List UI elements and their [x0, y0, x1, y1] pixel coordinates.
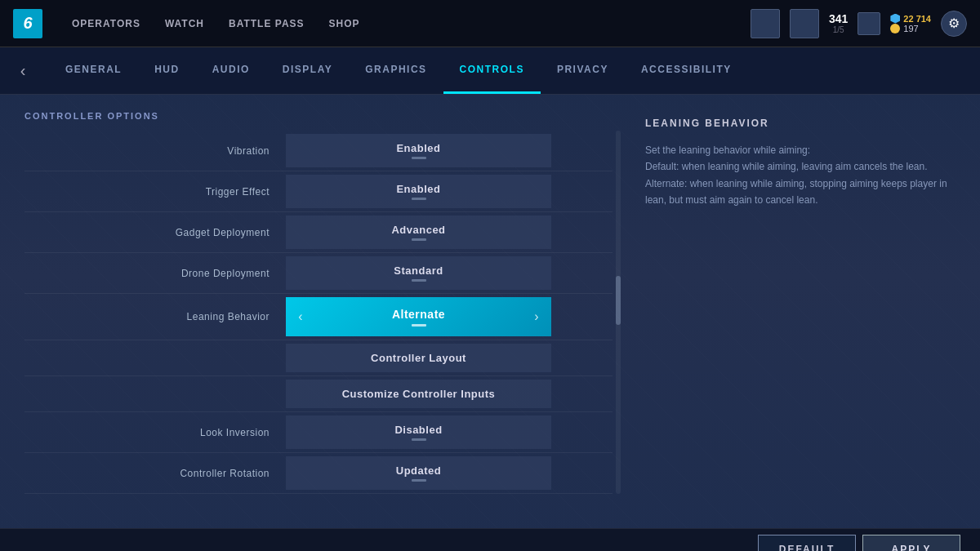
nav-watch[interactable]: WATCH: [155, 11, 214, 36]
avatar: [751, 9, 780, 38]
look-inversion-indicator: [412, 438, 426, 441]
trigger-value-area: Enabled: [286, 171, 612, 211]
look-inversion-btn[interactable]: Disabled: [286, 415, 551, 449]
leaning-value-area: ‹ Alternate ›: [286, 294, 612, 340]
main-content: CONTROLLER OPTIONS Vibration Enabled Tri…: [0, 95, 980, 528]
left-panel: CONTROLLER OPTIONS Vibration Enabled Tri…: [24, 111, 621, 520]
gadget-value-area: Advanced: [286, 212, 612, 252]
top-nav: OPERATORS WATCH BATTLE PASS SHOP: [62, 11, 731, 36]
r6-credit-icon: [890, 14, 900, 24]
look-inversion-label: Look Inversion: [24, 427, 286, 438]
operator-avatar: [790, 9, 819, 38]
setting-row-controller-rotation: Controller Rotation Updated: [24, 453, 612, 494]
controller-rotation-indicator: [412, 479, 426, 482]
leaning-prev-btn[interactable]: ‹: [286, 297, 315, 336]
setting-row-leaning: Leaning Behavior ‹ Alternate ›: [24, 294, 612, 340]
controller-rotation-btn[interactable]: Updated: [286, 456, 551, 490]
vibration-label: Vibration: [24, 145, 286, 157]
back-button[interactable]: ‹: [10, 51, 36, 91]
squad-icon: [858, 12, 880, 35]
drone-value-btn[interactable]: Standard: [286, 256, 551, 290]
tab-accessibility[interactable]: ACCESSIBILITY: [625, 47, 748, 94]
nav-battlepass[interactable]: BATTLE PASS: [219, 11, 314, 36]
leaning-next-btn[interactable]: ›: [522, 297, 551, 336]
tab-graphics[interactable]: GRAPHICS: [349, 47, 443, 94]
leaning-value-label: Alternate: [315, 308, 522, 327]
section-title: CONTROLLER OPTIONS: [24, 111, 621, 121]
right-panel: LEANING BEHAVIOR Set the leaning behavio…: [645, 111, 956, 520]
nav-shop[interactable]: SHOP: [319, 11, 370, 36]
currency-display: 22 714 197: [890, 14, 931, 33]
game-logo: 6: [13, 9, 42, 38]
setting-row-customize: Customize Controller Inputs: [24, 376, 612, 412]
scrollbar-track[interactable]: [616, 131, 621, 494]
tab-general[interactable]: GENERAL: [49, 47, 138, 94]
info-title: LEANING BEHAVIOR: [645, 118, 956, 129]
nav-operators[interactable]: OPERATORS: [62, 11, 150, 36]
bottom-buttons: DEFAULT APPLY: [758, 535, 960, 552]
controller-layout-value-area: Controller Layout: [286, 340, 612, 375]
trigger-value-btn[interactable]: Enabled: [286, 175, 551, 208]
top-bar-right: 341 1/5 22 714 197 ⚙: [751, 9, 967, 38]
setting-row-gadget: Gadget Deployment Advanced: [24, 212, 612, 253]
gadget-value-btn[interactable]: Advanced: [286, 216, 551, 249]
leaning-indicator: [412, 324, 426, 327]
setting-row-trigger: Trigger Effect Enabled: [24, 171, 612, 212]
default-button[interactable]: DEFAULT: [758, 535, 856, 552]
tab-controls[interactable]: CONTROLS: [443, 47, 541, 94]
tab-hud[interactable]: HUD: [138, 47, 196, 94]
controller-layout-btn[interactable]: Controller Layout: [286, 344, 551, 372]
setting-row-drone: Drone Deployment Standard: [24, 253, 612, 294]
trigger-label: Trigger Effect: [24, 186, 286, 198]
setting-row-vibration: Vibration Enabled: [24, 131, 612, 171]
tabs-bar: ‹ GENERAL HUD AUDIO DISPLAY GRAPHICS CON…: [0, 47, 980, 95]
gadget-label: Gadget Deployment: [24, 227, 286, 238]
info-text: Set the leaning behavior while aiming: D…: [645, 142, 956, 209]
tab-audio[interactable]: AUDIO: [196, 47, 266, 94]
settings-list-wrap: Vibration Enabled Trigger Effect Enabled: [24, 131, 621, 494]
leaning-selector: ‹ Alternate ›: [286, 297, 551, 336]
customize-value-area: Customize Controller Inputs: [286, 376, 612, 411]
drone-label: Drone Deployment: [24, 268, 286, 279]
rp-icon: [890, 24, 900, 33]
rank-stat: 341 1/5: [829, 12, 848, 34]
vibration-value-area: Enabled: [286, 131, 612, 171]
setting-row-controller-layout: Controller Layout: [24, 340, 612, 376]
gadget-indicator: [412, 238, 426, 241]
vibration-value-btn[interactable]: Enabled: [286, 134, 551, 167]
tab-display[interactable]: DISPLAY: [266, 47, 349, 94]
tab-privacy[interactable]: PRIVACY: [541, 47, 625, 94]
settings-icon[interactable]: ⚙: [941, 11, 967, 37]
scrollbar-thumb[interactable]: [616, 276, 621, 325]
drone-indicator: [412, 279, 426, 282]
apply-button[interactable]: APPLY: [862, 535, 960, 552]
look-inversion-value-area: Disabled: [286, 412, 612, 452]
controller-rotation-label: Controller Rotation: [24, 468, 286, 479]
vibration-indicator: [412, 157, 426, 159]
setting-row-look-inversion: Look Inversion Disabled: [24, 412, 612, 453]
customize-controller-btn[interactable]: Customize Controller Inputs: [286, 380, 551, 408]
trigger-indicator: [412, 198, 426, 200]
settings-list: Vibration Enabled Trigger Effect Enabled: [24, 131, 612, 494]
leaning-label: Leaning Behavior: [24, 311, 286, 322]
drone-value-area: Standard: [286, 253, 612, 293]
top-bar: 6 OPERATORS WATCH BATTLE PASS SHOP 341 1…: [0, 0, 980, 47]
bottom-bar: DEFAULT APPLY: [0, 528, 980, 551]
controller-rotation-value-area: Updated: [286, 453, 612, 493]
